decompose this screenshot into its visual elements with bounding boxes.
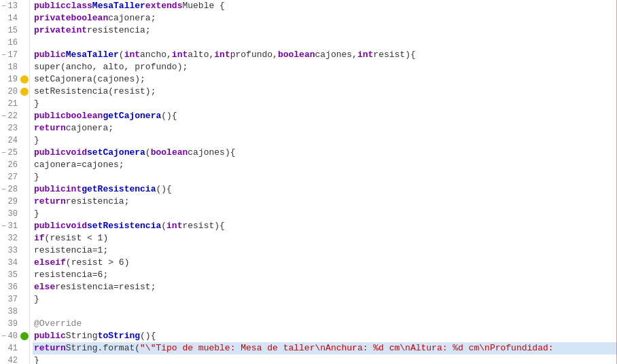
code-editor: −13141516−1718192021−222324−252627−28293… [0, 0, 617, 364]
token-plain: cajones, [315, 49, 357, 61]
line-number: 26 [7, 159, 20, 171]
fold-marker[interactable]: − [0, 110, 7, 122]
token-plain: String.format( [66, 342, 140, 354]
gutter-row: −22 [0, 110, 29, 122]
code-line: public String toString(){ [33, 330, 617, 342]
icon-empty [20, 159, 29, 171]
line-number: 20 [7, 86, 20, 98]
fold-empty [0, 318, 7, 330]
run-icon[interactable] [20, 332, 29, 340]
token-type: int [124, 49, 140, 61]
token-plain: resistencia; [66, 196, 130, 208]
token-plain: Mueble { [182, 0, 224, 12]
code-line: } [33, 354, 617, 364]
token-type: boolean [151, 147, 188, 159]
token-plain: cajonera; [66, 122, 113, 134]
fold-empty [0, 354, 7, 364]
token-type: void [66, 147, 87, 159]
code-line: if (resist < 1) [33, 232, 617, 244]
line-number: 38 [7, 306, 20, 318]
icon-empty [20, 244, 29, 257]
line-number: 31 [7, 220, 20, 232]
token-plain: } [34, 171, 39, 183]
token-method: toString [98, 330, 140, 342]
token-type: boolean [66, 110, 103, 122]
fold-marker[interactable]: − [0, 49, 7, 61]
token-plain: resistencia=6; [34, 269, 108, 281]
gutter-row: −17 [0, 49, 29, 61]
token-plain: } [34, 134, 39, 147]
fold-empty [0, 306, 7, 318]
code-content[interactable]: public class MesaTaller extends Mueble {… [30, 0, 617, 364]
code-line: } [33, 98, 617, 110]
line-number: 19 [7, 73, 20, 86]
icon-empty [20, 281, 29, 293]
line-number: 27 [7, 171, 20, 183]
code-line: } [33, 293, 617, 306]
line-number: 35 [7, 269, 20, 281]
token-plain: } [34, 354, 39, 364]
fold-marker[interactable]: − [0, 183, 7, 196]
token-kw: public [34, 220, 66, 232]
gutter-row: 19 [0, 73, 29, 86]
code-line: public void setResistencia (int resist){ [33, 220, 617, 232]
token-type: int [214, 49, 230, 61]
icon-empty [20, 24, 29, 37]
fold-marker[interactable]: − [0, 330, 7, 342]
code-line: private boolean cajonera; [33, 12, 617, 24]
fold-marker[interactable]: − [0, 0, 7, 12]
line-number: 30 [7, 208, 20, 220]
gutter-row: 34 [0, 257, 29, 269]
code-line: else if (resist > 6) [33, 257, 617, 269]
fold-marker[interactable]: − [0, 220, 7, 232]
fold-marker[interactable]: − [0, 147, 7, 159]
fold-empty [0, 171, 7, 183]
fold-empty [0, 37, 7, 49]
token-plain: String [66, 330, 98, 342]
line-number: 36 [7, 281, 20, 293]
token-kw: private [34, 24, 71, 37]
token-plain: resist){ [373, 49, 415, 61]
icon-empty [20, 269, 29, 281]
token-plain: resistencia; [87, 24, 151, 37]
fold-empty [0, 134, 7, 147]
bug-icon[interactable] [20, 88, 29, 96]
token-plain: (){ [161, 110, 177, 122]
icon-empty [20, 257, 29, 269]
gutter-row: −40 [0, 330, 29, 342]
code-line: return cajonera; [33, 122, 617, 134]
fold-empty [0, 232, 7, 244]
token-plain: ( [161, 220, 166, 232]
code-line: public boolean getCajonera(){ [33, 110, 617, 122]
token-method: getCajonera [103, 110, 161, 122]
line-number: 32 [7, 232, 20, 244]
token-method: MesaTaller [66, 49, 119, 61]
icon-empty [20, 220, 29, 232]
token-plain: } [34, 293, 39, 306]
line-number: 25 [7, 147, 20, 159]
gutter-row: 35 [0, 269, 29, 281]
icon-empty [20, 122, 29, 134]
token-kw: else [34, 281, 55, 293]
fold-empty [0, 281, 7, 293]
icon-empty [20, 342, 29, 354]
line-number: 17 [7, 49, 20, 61]
code-line: private int resistencia; [33, 24, 617, 37]
line-number: 16 [7, 37, 20, 49]
gutter-row: 23 [0, 122, 29, 134]
token-plain: (resist < 1) [45, 232, 109, 244]
line-number: 39 [7, 318, 20, 330]
token-plain: cajonera=cajones; [34, 159, 124, 171]
fold-empty [0, 98, 7, 110]
code-line: public void setCajonera(boolean cajones)… [33, 147, 617, 159]
fold-empty [0, 122, 7, 134]
gutter-row: 26 [0, 159, 29, 171]
code-line: cajonera=cajones; [33, 159, 617, 171]
line-number: 23 [7, 122, 20, 134]
token-plain: cajonera; [108, 12, 156, 24]
token-plain: super(ancho, alto, profundo); [34, 61, 188, 73]
code-line: public MesaTaller(int ancho, int alto, i… [33, 49, 617, 61]
bug-icon[interactable] [20, 75, 29, 84]
token-annotation: @Override [34, 318, 82, 330]
code-line: resistencia=1; [33, 244, 617, 257]
